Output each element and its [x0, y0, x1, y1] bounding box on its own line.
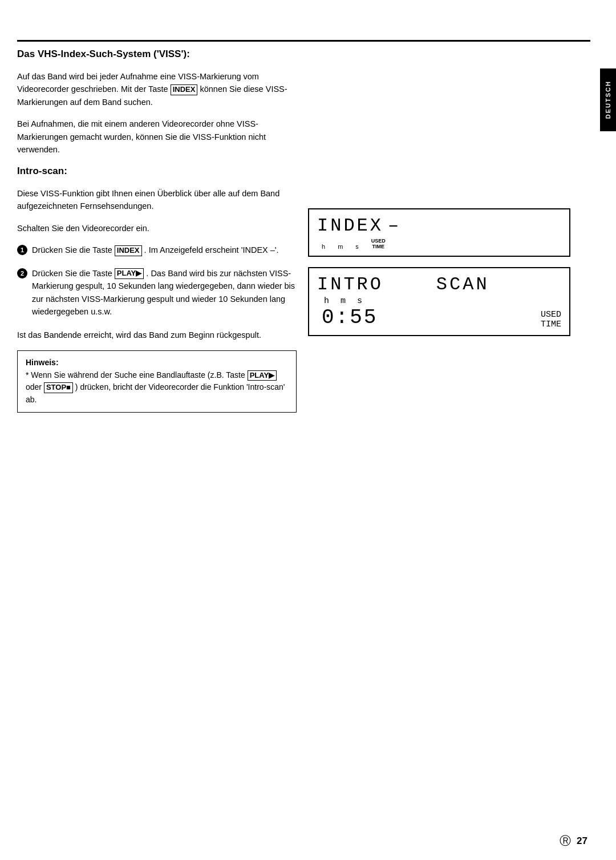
index-dash: – [388, 215, 401, 236]
note-box: Hinweis: * Wenn Sie während der Suche ei… [17, 350, 297, 413]
section-heading: Das VHS-Index-Such-System ('VISS'): [17, 49, 297, 60]
index-display-text: INDEX [317, 215, 383, 236]
intro-labels: h m s [322, 296, 541, 306]
index-display-box: INDEX – h m s USED TIME [308, 208, 570, 257]
scan-text: SCAN [436, 274, 489, 295]
play-key-2: PLAY▶ [248, 370, 277, 381]
intro-s-label: s [357, 296, 362, 306]
page-number: 27 [577, 835, 587, 847]
intro-m-label: m [341, 296, 346, 306]
sidebar-label: DEUTSCH [605, 80, 611, 119]
step-1: 1 Drücken Sie die Taste INDEX . Im Anzei… [17, 244, 297, 256]
para-1: Auf das Band wird bei jeder Aufnahme ein… [17, 70, 297, 108]
closing-para: Ist das Bandende erreicht, wird das Band… [17, 329, 297, 341]
intro-time-col: h m s 0:55 [322, 296, 541, 329]
step2-text: Drücken Sie die Taste PLAY▶ . Das Band w… [32, 267, 297, 318]
intro-text: INTRO [317, 274, 383, 295]
deutsch-tab: DEUTSCH [600, 68, 616, 131]
index-key-1: INDEX [171, 84, 198, 95]
index-m-label: m [338, 243, 343, 250]
index-display-main: INDEX – [317, 215, 561, 236]
intro-h-label: h [324, 296, 329, 306]
step-2: 2 Drücken Sie die Taste PLAY▶ . Das Band… [17, 267, 297, 318]
footer-icon: Ⓡ [560, 833, 571, 849]
intro-time-display: 0:55 [322, 306, 541, 329]
bullet-1: 1 [17, 245, 27, 255]
main-content: Das VHS-Index-Such-System ('VISS'): Auf … [17, 49, 587, 826]
index-sub-row: h m s USED TIME [317, 239, 561, 250]
intro-scan-sub-row: h m s 0:55 USED TIME [317, 296, 561, 329]
intro-scan-display-main: INTRO SCAN [317, 274, 561, 295]
page-footer: Ⓡ 27 [560, 833, 587, 849]
step1-text: Drücken Sie die Taste INDEX . Im Anzeige… [32, 244, 279, 256]
intro-para-2: Schalten Sie den Videorecorder ein. [17, 222, 297, 235]
index-h-label: h [322, 243, 325, 250]
right-column: INDEX – h m s USED TIME INTRO SCAN [308, 208, 570, 336]
top-rule [17, 40, 590, 42]
note-text: * Wenn Sie während der Suche eine Bandla… [26, 370, 285, 404]
intro-para-1: Diese VISS-Funktion gibt Ihnen einen Übe… [17, 187, 297, 213]
play-key-1: PLAY▶ [115, 268, 144, 279]
stop-key: STOP■ [44, 382, 73, 393]
index-key-2: INDEX [115, 245, 142, 256]
left-column: Das VHS-Index-Such-System ('VISS'): Auf … [17, 49, 297, 413]
bullet-2: 2 [17, 268, 27, 278]
intro-used-time: USED TIME [541, 310, 561, 329]
index-s-label: s [355, 243, 359, 250]
note-title: Hinweis: [26, 358, 59, 367]
index-used-time: USED TIME [371, 239, 386, 250]
intro-scan-display-box: INTRO SCAN h m s 0:55 USED TIME [308, 267, 570, 336]
para-2: Bei Aufnahmen, die mit einem anderen Vid… [17, 118, 297, 156]
intro-scan-heading: Intro-scan: [17, 165, 297, 177]
